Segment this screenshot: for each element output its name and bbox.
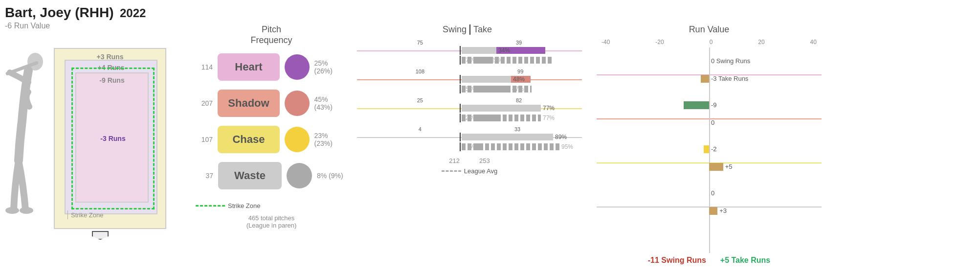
svg-point-2 (5, 207, 19, 214)
swing-count-left: 108 (416, 69, 424, 74)
rv-chart-title: Run Value (592, 24, 826, 35)
swing-count-right: 39 (516, 40, 522, 46)
take-bar-player (462, 76, 511, 83)
swing-col-label: Swing (357, 24, 469, 35)
lg-bar-row-shadow: 53% 47% (357, 85, 582, 93)
player-year: 2022 (120, 6, 146, 20)
strike-zone-legend: Strike Zone (196, 202, 347, 209)
lg-pct-right: 27% (491, 57, 503, 64)
rv-bar-2-1 (709, 163, 723, 171)
runval-section: Run Value -40-2002040 0 Swing Runs-3 Tak… (587, 0, 831, 277)
center-divider (460, 133, 461, 141)
freq-pct: 25% (26%) (314, 59, 348, 75)
center-divider-lg (460, 114, 461, 122)
swing-header: Swing Take (357, 24, 582, 35)
swing-counts-shadow: 10899 (357, 69, 582, 74)
total-pitches: 465 total pitches (League in paren) (196, 214, 347, 229)
center-divider-lg (460, 56, 461, 65)
freq-title: PitchFrequency (196, 24, 347, 46)
rv-bar-1-0 (684, 101, 709, 109)
zone-diagram: +3 Runs +4 Runs -9 Runs -3 Runs Strike Z… (5, 33, 171, 249)
zone-outer: +3 Runs +4 Runs -9 Runs -3 Runs (54, 48, 166, 229)
take-pct-right: 48% (513, 76, 525, 83)
center-divider (460, 75, 461, 84)
center-divider-lg (460, 142, 461, 151)
swing-row-heart: 7539 66% 34% 73% 27% (357, 40, 582, 65)
swing-count-left: 75 (417, 40, 423, 46)
freq-pct: 23% (23%) (314, 132, 348, 147)
zone-strike: -3 Runs (71, 68, 155, 209)
player-name: Bart, Joey (RHH) (5, 5, 113, 20)
rv-label-2-1: +5 (725, 163, 733, 170)
player-bar-row-chase: 23% 77% (357, 104, 582, 113)
lg-bar-row-waste: 5% 95% (357, 142, 582, 151)
rv-label-0-1: -3 Take Runs (711, 75, 748, 82)
zone-shadow: +4 Runs -9 Runs -3 Runs (65, 60, 157, 214)
center-divider-lg (460, 85, 461, 93)
take-bar-player (462, 47, 496, 54)
player-bar-row-shadow: 52% 48% (357, 75, 582, 84)
rv-bar-3-1 (709, 207, 717, 215)
swing-row-waste: 433 11% 89% 5% 95% (357, 126, 582, 151)
strike-zone-legend-label: Strike Zone (228, 202, 260, 209)
swing-count-right: 33 (514, 126, 520, 132)
freq-pct: 45% (43%) (314, 95, 348, 111)
center-divider (460, 104, 461, 113)
freq-section: PitchFrequency 114 Heart 25% (26%) 207 S… (186, 0, 352, 277)
take-bar-player (462, 134, 553, 140)
swing-counts-chase: 2582 (357, 97, 582, 103)
swing-count-right: 82 (516, 97, 522, 103)
take-pct-right: 34% (498, 47, 510, 54)
rv-label-1-0: -9 (711, 101, 717, 109)
lg-take-bar (462, 143, 559, 150)
rv-label-3-1: +3 (719, 207, 727, 214)
lg-take-bar (462, 115, 541, 121)
take-total-count: 253 (479, 157, 490, 164)
rv-take-total: +5 Take Runs (720, 256, 770, 264)
swing-count-left: 4 (419, 126, 422, 132)
lg-bar-row-chase: 23% 77% (357, 114, 582, 122)
rv-bar-0-1 (701, 75, 709, 83)
swing-row-shadow: 10899 52% 48% 53% 47% (357, 69, 582, 93)
home-plate (92, 231, 109, 240)
freq-circle-shadow (285, 91, 310, 116)
batter-icon (0, 43, 54, 219)
freq-count: 107 (196, 136, 213, 143)
lg-pct-right: 77% (543, 115, 555, 121)
swing-row-chase: 2582 23% 77% 23% 77% (357, 97, 582, 122)
rv-chart: 0 Swing Runs-3 Take Runs-90-2+50+3 (597, 47, 822, 253)
swing-counts-heart: 7539 (357, 40, 582, 46)
swing-totals: 212 253 (357, 157, 582, 164)
swing-count-left: 25 (417, 97, 423, 103)
take-bar-player (462, 105, 541, 112)
freq-count: 37 (196, 172, 213, 180)
svg-point-3 (20, 207, 33, 214)
freq-rows: 114 Heart 25% (26%) 207 Shadow 45% (43%)… (196, 53, 347, 198)
freq-box-heart: Heart (218, 53, 280, 81)
player-bar-row-waste: 11% 89% (357, 133, 582, 141)
freq-box-shadow: Shadow (218, 90, 280, 117)
league-avg-label: League Avg (464, 167, 497, 175)
dotted-line-icon (196, 205, 225, 207)
lg-take-bar (462, 57, 490, 64)
lg-pct-right: 47% (512, 86, 524, 92)
rv-label-0-0: 0 Swing Runs (711, 57, 750, 65)
freq-circle-chase (285, 127, 310, 152)
center-divider (460, 46, 461, 55)
freq-circle-waste (287, 163, 312, 188)
lg-pct-right: 95% (561, 143, 573, 150)
swing-count-right: 99 (517, 69, 523, 74)
freq-row-chase: 107 Chase 23% (23%) (196, 126, 347, 153)
rv-label-2-0: -2 (711, 145, 717, 153)
take-pct-right: 77% (543, 105, 555, 112)
freq-row-shadow: 207 Shadow 45% (43%) (196, 90, 347, 117)
zone-strike-label: -3 Runs (100, 135, 125, 142)
freq-row-waste: 37 Waste 8% (9%) (196, 162, 347, 189)
player-section: Bart, Joey (RHH) 2022 -6 Run Value +3 Ru… (0, 0, 186, 277)
freq-circle-heart (285, 54, 310, 80)
freq-pct: 8% (9%) (317, 172, 343, 180)
rv-label-1-1: 0 (711, 119, 714, 126)
freq-count: 207 (196, 99, 213, 107)
player-run-value: -6 Run Value (5, 22, 186, 30)
freq-box-chase: Chase (218, 126, 280, 153)
